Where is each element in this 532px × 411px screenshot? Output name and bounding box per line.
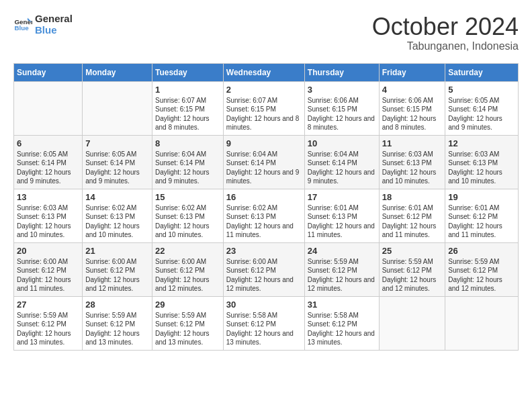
day-number: 20 — [17, 246, 79, 256]
calendar-cell: 16Sunrise: 6:02 AM Sunset: 6:13 PM Dayli… — [223, 189, 304, 242]
calendar-table: Sunday Monday Tuesday Wednesday Thursday… — [13, 63, 519, 351]
day-info: Sunrise: 6:03 AM Sunset: 6:13 PM Dayligh… — [448, 150, 515, 186]
calendar-cell: 4Sunrise: 6:06 AM Sunset: 6:15 PM Daylig… — [379, 81, 445, 135]
calendar-cell: 9Sunrise: 6:04 AM Sunset: 6:14 PM Daylig… — [223, 135, 304, 189]
calendar-cell: 5Sunrise: 6:05 AM Sunset: 6:14 PM Daylig… — [445, 81, 519, 135]
day-info: Sunrise: 6:03 AM Sunset: 6:13 PM Dayligh… — [17, 203, 79, 240]
day-info: Sunrise: 6:06 AM Sunset: 6:15 PM Dayligh… — [308, 96, 376, 132]
day-info: Sunrise: 5:59 AM Sunset: 6:12 PM Dayligh… — [382, 257, 443, 293]
col-saturday: Saturday — [445, 63, 519, 81]
day-number: 27 — [17, 300, 79, 310]
svg-text:Blue: Blue — [14, 24, 29, 32]
calendar-cell: 27Sunrise: 5:59 AM Sunset: 6:12 PM Dayli… — [14, 296, 83, 350]
day-number: 21 — [85, 246, 149, 256]
col-thursday: Thursday — [304, 63, 379, 81]
calendar-cell: 19Sunrise: 6:01 AM Sunset: 6:12 PM Dayli… — [445, 189, 519, 242]
day-number: 7 — [85, 138, 149, 148]
day-info: Sunrise: 5:59 AM Sunset: 6:12 PM Dayligh… — [85, 311, 149, 347]
calendar-cell: 21Sunrise: 6:00 AM Sunset: 6:12 PM Dayli… — [83, 242, 152, 296]
calendar-week-3: 13Sunrise: 6:03 AM Sunset: 6:13 PM Dayli… — [14, 189, 519, 242]
day-info: Sunrise: 6:01 AM Sunset: 6:12 PM Dayligh… — [382, 203, 443, 240]
day-number: 26 — [448, 246, 515, 256]
day-info: Sunrise: 6:05 AM Sunset: 6:14 PM Dayligh… — [448, 96, 515, 132]
day-number: 4 — [382, 85, 443, 95]
calendar-cell — [445, 296, 519, 350]
col-monday: Monday — [83, 63, 152, 81]
calendar-cell: 29Sunrise: 5:59 AM Sunset: 6:12 PM Dayli… — [152, 296, 224, 350]
header-area: General Blue General Blue October 2024 T… — [13, 13, 519, 52]
day-info: Sunrise: 6:00 AM Sunset: 6:12 PM Dayligh… — [85, 257, 149, 293]
calendar-cell: 24Sunrise: 5:59 AM Sunset: 6:12 PM Dayli… — [304, 242, 379, 296]
logo: General Blue General Blue — [13, 13, 73, 36]
calendar-cell: 12Sunrise: 6:03 AM Sunset: 6:13 PM Dayli… — [445, 135, 519, 189]
day-number: 18 — [382, 192, 443, 202]
day-info: Sunrise: 6:00 AM Sunset: 6:12 PM Dayligh… — [155, 257, 220, 293]
day-number: 3 — [308, 85, 376, 95]
day-info: Sunrise: 6:00 AM Sunset: 6:12 PM Dayligh… — [226, 257, 302, 293]
calendar-week-2: 6Sunrise: 6:05 AM Sunset: 6:14 PM Daylig… — [14, 135, 519, 189]
day-info: Sunrise: 6:07 AM Sunset: 6:15 PM Dayligh… — [155, 96, 220, 132]
day-number: 25 — [382, 246, 443, 256]
calendar-cell: 6Sunrise: 6:05 AM Sunset: 6:14 PM Daylig… — [14, 135, 83, 189]
day-number: 16 — [226, 192, 302, 202]
day-number: 19 — [448, 192, 515, 202]
location-title: Tabunganen, Indonesia — [372, 40, 519, 52]
logo-blue: Blue — [35, 25, 73, 36]
logo-general: General — [35, 13, 73, 25]
day-info: Sunrise: 6:02 AM Sunset: 6:13 PM Dayligh… — [226, 203, 302, 240]
day-info: Sunrise: 5:59 AM Sunset: 6:12 PM Dayligh… — [308, 257, 376, 293]
day-number: 8 — [155, 138, 220, 148]
calendar-cell — [83, 81, 152, 135]
logo-icon: General Blue — [13, 15, 32, 34]
day-number: 29 — [155, 300, 220, 310]
calendar-cell: 31Sunrise: 5:58 AM Sunset: 6:12 PM Dayli… — [304, 296, 379, 350]
day-info: Sunrise: 6:07 AM Sunset: 6:15 PM Dayligh… — [226, 96, 302, 132]
day-number: 13 — [17, 192, 79, 202]
day-number: 28 — [85, 300, 149, 310]
calendar-cell: 7Sunrise: 6:05 AM Sunset: 6:14 PM Daylig… — [83, 135, 152, 189]
calendar-cell — [379, 296, 445, 350]
calendar-cell: 17Sunrise: 6:01 AM Sunset: 6:13 PM Dayli… — [304, 189, 379, 242]
calendar-cell: 2Sunrise: 6:07 AM Sunset: 6:15 PM Daylig… — [223, 81, 304, 135]
day-info: Sunrise: 6:02 AM Sunset: 6:13 PM Dayligh… — [155, 203, 220, 240]
col-sunday: Sunday — [14, 63, 83, 81]
calendar-cell: 18Sunrise: 6:01 AM Sunset: 6:12 PM Dayli… — [379, 189, 445, 242]
day-number: 30 — [226, 300, 302, 310]
day-number: 23 — [226, 246, 302, 256]
day-number: 17 — [308, 192, 376, 202]
day-info: Sunrise: 6:04 AM Sunset: 6:14 PM Dayligh… — [308, 150, 376, 186]
day-number: 9 — [226, 138, 302, 148]
day-info: Sunrise: 6:01 AM Sunset: 6:13 PM Dayligh… — [308, 203, 376, 240]
day-number: 2 — [226, 85, 302, 95]
title-area: October 2024 Tabunganen, Indonesia — [372, 13, 519, 52]
day-number: 15 — [155, 192, 220, 202]
calendar-cell: 3Sunrise: 6:06 AM Sunset: 6:15 PM Daylig… — [304, 81, 379, 135]
col-friday: Friday — [379, 63, 445, 81]
day-info: Sunrise: 5:58 AM Sunset: 6:12 PM Dayligh… — [308, 311, 376, 347]
day-info: Sunrise: 6:05 AM Sunset: 6:14 PM Dayligh… — [85, 150, 149, 186]
day-number: 11 — [382, 138, 443, 148]
day-number: 5 — [448, 85, 515, 95]
calendar-cell: 11Sunrise: 6:03 AM Sunset: 6:13 PM Dayli… — [379, 135, 445, 189]
day-info: Sunrise: 5:59 AM Sunset: 6:12 PM Dayligh… — [17, 311, 79, 347]
day-number: 12 — [448, 138, 515, 148]
day-number: 24 — [308, 246, 376, 256]
calendar-cell: 25Sunrise: 5:59 AM Sunset: 6:12 PM Dayli… — [379, 242, 445, 296]
calendar-cell: 15Sunrise: 6:02 AM Sunset: 6:13 PM Dayli… — [152, 189, 224, 242]
calendar-cell — [14, 81, 83, 135]
calendar-cell: 10Sunrise: 6:04 AM Sunset: 6:14 PM Dayli… — [304, 135, 379, 189]
day-info: Sunrise: 6:00 AM Sunset: 6:12 PM Dayligh… — [17, 257, 79, 293]
calendar-cell: 8Sunrise: 6:04 AM Sunset: 6:14 PM Daylig… — [152, 135, 224, 189]
calendar-cell: 1Sunrise: 6:07 AM Sunset: 6:15 PM Daylig… — [152, 81, 224, 135]
day-info: Sunrise: 5:59 AM Sunset: 6:12 PM Dayligh… — [448, 257, 515, 293]
calendar-cell: 23Sunrise: 6:00 AM Sunset: 6:12 PM Dayli… — [223, 242, 304, 296]
day-info: Sunrise: 6:03 AM Sunset: 6:13 PM Dayligh… — [382, 150, 443, 186]
calendar-header-row: Sunday Monday Tuesday Wednesday Thursday… — [14, 63, 519, 81]
day-info: Sunrise: 5:59 AM Sunset: 6:12 PM Dayligh… — [155, 311, 220, 347]
col-tuesday: Tuesday — [152, 63, 224, 81]
day-number: 22 — [155, 246, 220, 256]
col-wednesday: Wednesday — [223, 63, 304, 81]
calendar-cell: 13Sunrise: 6:03 AM Sunset: 6:13 PM Dayli… — [14, 189, 83, 242]
day-number: 31 — [308, 300, 376, 310]
day-info: Sunrise: 6:04 AM Sunset: 6:14 PM Dayligh… — [155, 150, 220, 186]
